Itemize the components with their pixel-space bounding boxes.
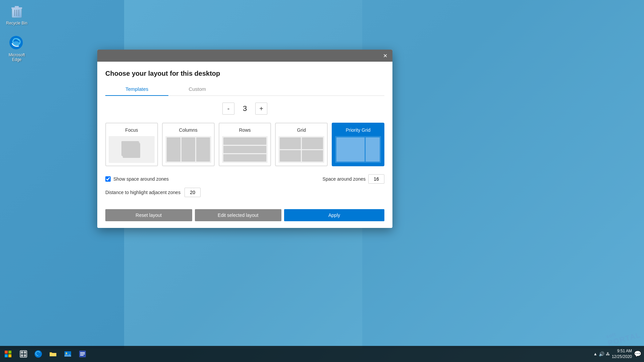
dialog-title: Choose your layout for this desktop — [105, 70, 384, 77]
svg-point-8 — [13, 41, 19, 45]
layout-grid: Focus Columns — [105, 123, 384, 166]
taskbar-edge-icon[interactable] — [31, 346, 46, 362]
clock-date: 12/25/2020 — [612, 354, 632, 360]
svg-rect-22 — [80, 352, 85, 353]
focus-preview — [109, 136, 155, 163]
row-2 — [223, 146, 267, 153]
start-button[interactable] — [0, 346, 16, 362]
svg-rect-11 — [5, 354, 8, 357]
edge-label: Microsoft Edge — [3, 53, 30, 62]
dialog-close-button[interactable]: ✕ — [380, 51, 390, 60]
edge-icon[interactable]: Microsoft Edge — [3, 35, 30, 62]
distance-label: Distance to highlight adjacent zones — [105, 190, 180, 195]
zone-count-control: - 3 + — [105, 103, 384, 115]
desktop-panel-right — [362, 0, 644, 349]
dialog: ✕ Choose your layout for this desktop Te… — [97, 50, 392, 228]
layout-card-priority-grid[interactable]: Priority Grid — [332, 123, 384, 166]
layout-focus-label: Focus — [109, 127, 155, 133]
focus-stack-item-front — [121, 141, 139, 156]
svg-rect-3 — [15, 6, 19, 7]
zone-count-value: 3 — [240, 104, 250, 113]
chevron-up-icon[interactable]: ▲ — [593, 352, 597, 356]
taskbar-powertoys-icon[interactable] — [75, 346, 90, 362]
recycle-bin-img — [9, 3, 25, 19]
zone-minus-button[interactable]: - — [222, 103, 234, 115]
grid-row-2 — [280, 150, 323, 162]
network-icon: 🖧 — [606, 352, 610, 356]
edit-selected-layout-button[interactable]: Edit selected layout — [195, 209, 282, 221]
tab-custom[interactable]: Custom — [168, 83, 226, 96]
svg-rect-10 — [8, 351, 11, 354]
row-3 — [223, 154, 267, 162]
svg-rect-12 — [8, 354, 11, 357]
settings-row-1: Show space around zones Space around zon… — [105, 174, 384, 184]
distance-input[interactable] — [184, 188, 201, 197]
layout-card-focus[interactable]: Focus — [105, 123, 158, 166]
column-1 — [167, 137, 180, 162]
columns-preview — [165, 136, 211, 163]
svg-rect-9 — [5, 351, 8, 354]
notification-icon[interactable]: 💬 — [634, 350, 641, 358]
sys-icons: ▲ 🔊 🖧 — [593, 351, 610, 357]
recycle-bin-icon[interactable]: Recycle Bin — [3, 3, 30, 25]
taskbar: ▲ 🔊 🖧 9:51 AM 12/25/2020 💬 — [0, 346, 644, 362]
column-2 — [181, 137, 195, 162]
svg-rect-2 — [11, 7, 22, 9]
priority-main-zone — [336, 137, 365, 162]
dialog-titlebar: ✕ — [97, 50, 392, 62]
recycle-bin-label: Recycle Bin — [6, 21, 27, 25]
layout-columns-label: Columns — [165, 127, 211, 133]
show-space-label: Show space around zones — [113, 176, 169, 182]
focus-stack — [121, 141, 142, 158]
reset-layout-button[interactable]: Reset layout — [105, 209, 192, 221]
grid-preview — [278, 136, 324, 163]
layout-card-columns[interactable]: Columns — [162, 123, 215, 166]
layout-priority-grid-label: Priority Grid — [335, 127, 381, 133]
zone-plus-button[interactable]: + — [255, 103, 267, 115]
svg-rect-17 — [24, 354, 26, 357]
taskbar-right: ▲ 🔊 🖧 9:51 AM 12/25/2020 💬 — [593, 348, 644, 360]
svg-rect-24 — [80, 355, 84, 356]
taskbar-clock[interactable]: 9:51 AM 12/25/2020 — [612, 348, 632, 360]
svg-rect-15 — [24, 351, 26, 354]
show-space-checkbox[interactable] — [105, 176, 111, 182]
layout-rows-label: Rows — [222, 127, 268, 133]
taskbar-folder-icon[interactable] — [46, 346, 60, 362]
clock-time: 9:51 AM — [612, 348, 632, 354]
space-around-label: Space around zones — [323, 176, 366, 182]
priority-preview — [335, 136, 381, 163]
show-space-checkbox-label[interactable]: Show space around zones — [105, 176, 169, 182]
apply-button[interactable]: Apply — [284, 209, 384, 221]
grid-cell-11 — [280, 137, 301, 149]
dialog-body: Choose your layout for this desktop Temp… — [97, 62, 392, 197]
tabs-container: Templates Custom — [105, 83, 384, 96]
edge-img — [9, 35, 25, 51]
svg-rect-14 — [21, 351, 23, 354]
layout-card-rows[interactable]: Rows — [219, 123, 271, 166]
space-around-control: Space around zones — [323, 174, 384, 184]
priority-side-zone — [366, 137, 380, 162]
column-3 — [196, 137, 210, 162]
svg-rect-16 — [21, 354, 23, 357]
grid-cell-22 — [302, 150, 323, 162]
rows-preview — [222, 136, 268, 163]
svg-rect-23 — [80, 354, 85, 354]
settings-row-2: Distance to highlight adjacent zones — [105, 188, 384, 197]
layout-grid-label: Grid — [278, 127, 324, 133]
grid-cell-12 — [302, 137, 323, 149]
layout-card-grid[interactable]: Grid — [275, 123, 328, 166]
tab-templates[interactable]: Templates — [105, 83, 168, 96]
space-around-input[interactable] — [368, 174, 384, 184]
speaker-icon: 🔊 — [599, 351, 604, 357]
grid-row-1 — [280, 137, 323, 149]
search-button[interactable] — [16, 346, 31, 362]
taskbar-photos-icon[interactable] — [60, 346, 75, 362]
grid-cell-21 — [280, 150, 301, 162]
dialog-footer: Reset layout Edit selected layout Apply — [97, 204, 392, 228]
row-1 — [223, 137, 267, 145]
